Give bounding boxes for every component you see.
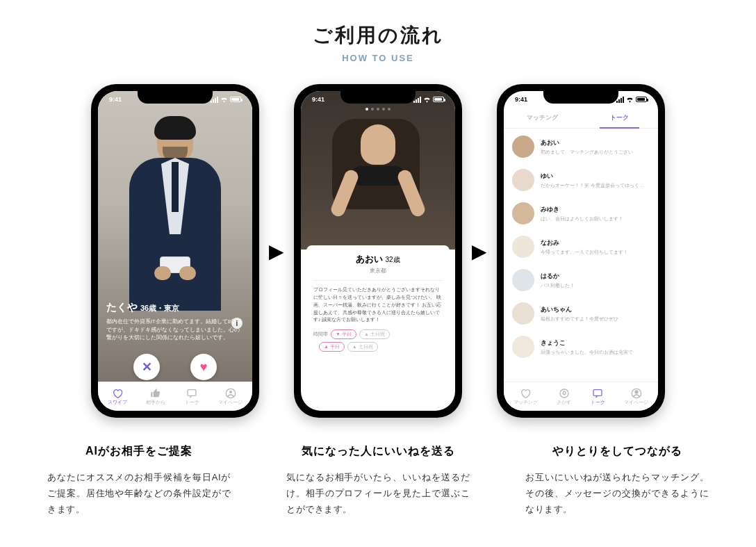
- tab-swipe[interactable]: スワイプ: [108, 388, 127, 406]
- chat-preview: 頑張っちゃいました。今日のお酒は充実で: [541, 349, 650, 356]
- top-tab-matching[interactable]: マッチング: [504, 108, 581, 128]
- chat-item[interactable]: なおみ今帰ってます。一人でお待ちしてます！: [504, 230, 658, 263]
- bottom-nav: マッチング さがす トーク マイページ: [504, 382, 658, 411]
- tag-chip[interactable]: ▼ 平日: [331, 329, 356, 339]
- chat-name: ゆい: [541, 172, 650, 181]
- phone-mockup-1: 9:41 たくや36歳・東京 都内在住で外資系IT企業に勤めてます。結婚して8年…: [91, 84, 259, 418]
- svg-rect-0: [188, 389, 196, 395]
- tag-chip[interactable]: ▲ 土日祝: [359, 329, 390, 339]
- tag-chip[interactable]: ▲ 平日: [319, 342, 345, 352]
- step-2: 気になった人にいいねを送る 気になるお相手がいたら、いいねを送るだけ。相手のプロ…: [286, 444, 470, 517]
- step-title: やりとりをしてつながる: [525, 444, 709, 459]
- step-body: お互いにいいねが送られたらマッチング。その後、メッセージの交換ができるようになり…: [525, 470, 709, 517]
- chat-name: あおい: [541, 138, 650, 147]
- chat-preview: 今帰ってます。一人でお待ちしてます！: [541, 249, 650, 256]
- profile-age: 32歳: [385, 256, 400, 263]
- avatar: [512, 136, 534, 158]
- chat-preview: だからオーケー！！笑 今度直接会ってゆっく…: [541, 182, 650, 189]
- page-subtitle: HOW TO USE: [35, 53, 721, 63]
- svg-point-2: [229, 391, 232, 393]
- chat-icon: [592, 388, 603, 399]
- wifi-icon: [220, 97, 228, 103]
- tab-matching[interactable]: マッチング: [513, 388, 538, 406]
- chat-preview: はい、当日はよろしくお願いします！: [541, 215, 650, 222]
- avatar: [512, 302, 534, 325]
- status-time: 9:41: [515, 96, 527, 103]
- avatar: [512, 336, 534, 358]
- user-icon: [631, 388, 642, 399]
- like-button[interactable]: ♥: [190, 354, 217, 380]
- chat-name: はるか: [541, 272, 650, 281]
- wifi-icon: [626, 97, 634, 103]
- reject-button[interactable]: ✕: [133, 354, 160, 380]
- arrow-icon: ▶: [472, 240, 487, 263]
- chat-icon: [186, 388, 197, 399]
- photo-pager-dots: [365, 108, 391, 111]
- profile-photo[interactable]: [301, 91, 455, 250]
- avatar: [512, 202, 534, 224]
- tab-talk[interactable]: トーク: [591, 388, 605, 406]
- tab-talk[interactable]: トーク: [185, 388, 199, 406]
- thumb-icon: [150, 388, 161, 399]
- info-icon[interactable]: i: [231, 318, 243, 329]
- avatar: [512, 236, 534, 258]
- profile-bio: 都内在住で外資系IT企業に勤めてます。結婚して8年目ですが、ドキドキ感がなくなっ…: [106, 318, 244, 341]
- avatar: [512, 269, 534, 291]
- tab-mypage[interactable]: マイページ: [624, 388, 648, 406]
- tab-mypage[interactable]: マイページ: [218, 388, 243, 406]
- chat-item[interactable]: ゆいだからオーケー！！笑 今度直接会ってゆっく…: [504, 163, 658, 197]
- svg-point-3: [560, 389, 568, 398]
- tab-search[interactable]: さがす: [557, 388, 571, 406]
- chat-preview: 箱根おすすめですよ！今度ぜひぜひ: [541, 316, 650, 323]
- profile-meta: 36歳・東京: [140, 304, 179, 312]
- chat-list: あおい初めまして、マッチングありがとうございゆいだからオーケー！！笑 今度直接会…: [504, 130, 658, 382]
- status-time: 9:41: [312, 96, 324, 103]
- chat-name: きょうこ: [541, 338, 650, 348]
- page-title: ご利用の流れ: [35, 22, 721, 49]
- chat-name: みゆき: [541, 205, 650, 214]
- chat-item[interactable]: あいちゃん箱根おすすめですよ！今度ぜひぜひ: [504, 297, 658, 330]
- avatar: [512, 169, 534, 191]
- tag-row: 時間帯 ▼ 平日 ▲ 土日祝: [313, 329, 443, 339]
- top-tab-talk[interactable]: トーク: [581, 108, 658, 128]
- step-1: AIがお相手をご提案 あなたにオススメのお相手候補を毎日AIがご提案。居住地や年…: [47, 444, 231, 517]
- profile-name: あおい: [356, 254, 383, 264]
- chat-item[interactable]: きょうこ頑張っちゃいました。今日のお酒は充実で: [504, 330, 658, 364]
- arrow-icon: ▶: [269, 240, 284, 263]
- phone-mockup-2: 9:41 あおい32歳 東京都 プロフィール見ていただきありがとうございますそれ…: [294, 84, 462, 418]
- profile-bio: プロフィール見ていただきありがとうございますそれなりに忙しい日々を送っていますが…: [313, 280, 443, 324]
- chat-preview: 初めまして、マッチングありがとうござい: [541, 149, 650, 156]
- phone-mockup-3: 9:41 マッチング トーク あおい初めまして、マッチングありがとうございゆいだ…: [497, 84, 665, 418]
- chat-item[interactable]: はるかバス到着した！: [504, 263, 658, 297]
- chat-name: なおみ: [541, 238, 650, 247]
- bottom-nav: スワイプ 相手から トーク マイページ: [98, 382, 252, 411]
- svg-point-6: [635, 391, 638, 393]
- chat-item[interactable]: みゆきはい、当日はよろしくお願いします！: [504, 197, 658, 230]
- wifi-icon: [423, 97, 431, 103]
- heart-icon: [112, 388, 123, 399]
- chat-preview: バス到着した！: [541, 282, 650, 289]
- step-title: AIがお相手をご提案: [47, 444, 231, 459]
- tag-label: 時間帯: [313, 331, 328, 338]
- chat-name: あいちゃん: [541, 305, 650, 314]
- step-3: やりとりをしてつながる お互いにいいねが送られたらマッチング。その後、メッセージ…: [525, 444, 709, 517]
- step-title: 気になった人にいいねを送る: [286, 444, 470, 459]
- user-icon: [225, 388, 236, 399]
- chat-item[interactable]: あおい初めまして、マッチングありがとうござい: [504, 130, 658, 163]
- compass-icon: [559, 388, 570, 399]
- step-body: あなたにオススメのお相手候補を毎日AIがご提案。居住地や年齢などの条件設定ができ…: [47, 470, 231, 517]
- tab-from[interactable]: 相手から: [146, 388, 165, 406]
- tag-chip[interactable]: ▲ 土日祝: [347, 342, 378, 352]
- profile-location: 東京都: [313, 267, 443, 275]
- status-time: 9:41: [109, 96, 122, 103]
- svg-rect-4: [593, 389, 602, 395]
- heart-icon: [520, 388, 531, 399]
- step-body: 気になるお相手がいたら、いいねを送るだけ。相手のプロフィールを見た上で選ぶことが…: [286, 470, 470, 517]
- profile-name: たくや: [106, 301, 138, 313]
